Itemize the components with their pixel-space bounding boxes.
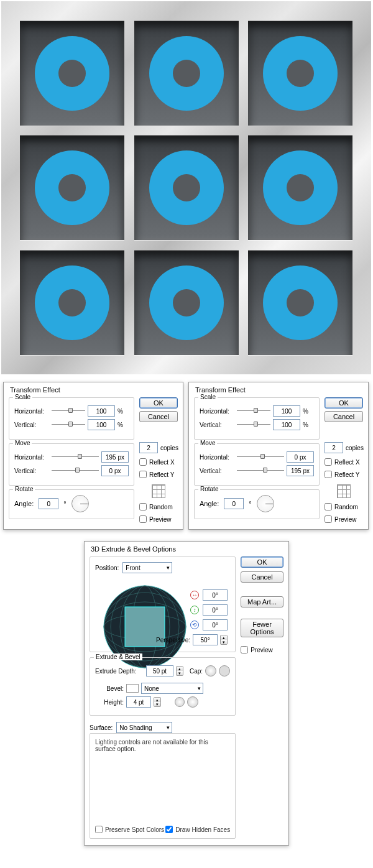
move-v-input[interactable]: [101, 465, 129, 476]
donut-shape: [149, 36, 224, 111]
donut-shape: [263, 150, 338, 225]
rotate-group: Rotate Angle: °: [194, 489, 320, 519]
origin-grid[interactable]: [152, 484, 165, 498]
cap-off-icon[interactable]: [219, 665, 230, 676]
artwork-panel: [1, 1, 371, 374]
transform-effect-dialog-2: Transform Effect Scale Horizontal: % Ver…: [188, 382, 369, 530]
perspective-input[interactable]: [193, 634, 218, 645]
rotate-x-input[interactable]: [203, 589, 228, 601]
rotate-z-input[interactable]: [203, 619, 228, 630]
bevel-height-input[interactable]: [126, 696, 151, 708]
scale-v-input[interactable]: [273, 419, 300, 430]
donut-shape: [35, 265, 109, 340]
scale-group: Scale Horizontal: % Vertical: %: [9, 397, 134, 440]
recess: [248, 251, 352, 355]
donut-shape: [35, 150, 109, 225]
recess: [134, 21, 239, 126]
axis-x-icon[interactable]: ↔: [190, 591, 199, 599]
dialog-title: Transform Effect: [10, 386, 178, 394]
angle-dial[interactable]: [71, 495, 89, 512]
cancel-button[interactable]: Cancel: [139, 411, 178, 422]
random-checkbox[interactable]: [325, 503, 332, 510]
donut-shape: [263, 36, 338, 111]
recess: [134, 136, 239, 240]
preview-checkbox[interactable]: [241, 646, 248, 653]
copies-input[interactable]: [139, 442, 158, 453]
scale-group: Scale Horizontal: % Vertical: %: [194, 397, 320, 440]
cap-on-icon[interactable]: [205, 665, 216, 676]
dialog-title: Transform Effect: [195, 386, 363, 394]
move-v-slider[interactable]: [237, 470, 284, 472]
surface-select[interactable]: No Shading: [116, 722, 172, 733]
3d-extrude-bevel-dialog: 3D Extrude & Bevel Options Position: Fro…: [84, 541, 289, 846]
donut-shape: [263, 265, 338, 340]
scale-v-input[interactable]: [88, 419, 115, 430]
angle-dial[interactable]: [257, 495, 274, 512]
recess: [20, 136, 124, 240]
map-art-button[interactable]: Map Art...: [241, 596, 283, 607]
fewer-options-button[interactable]: Fewer Options: [241, 619, 283, 637]
cancel-button[interactable]: Cancel: [325, 411, 363, 422]
reflect-y-checkbox[interactable]: [139, 471, 147, 478]
reflect-y-checkbox[interactable]: [325, 471, 332, 478]
origin-grid[interactable]: [337, 484, 351, 498]
extrude-depth-input[interactable]: [146, 665, 173, 676]
reflect-x-checkbox[interactable]: [139, 458, 147, 466]
preview-checkbox[interactable]: [325, 515, 332, 523]
recess: [20, 251, 124, 355]
move-h-slider[interactable]: [52, 456, 99, 458]
rotate-y-input[interactable]: [203, 604, 228, 616]
copies-input[interactable]: [325, 442, 343, 453]
move-h-slider[interactable]: [237, 456, 284, 458]
donut-shape: [149, 150, 224, 225]
scale-h-slider[interactable]: [237, 410, 270, 412]
recess: [248, 136, 352, 240]
depth-spinner[interactable]: ▴▾: [176, 666, 183, 676]
height-spinner[interactable]: ▴▾: [154, 697, 161, 707]
random-checkbox[interactable]: [139, 503, 147, 510]
perspective-spinner[interactable]: ▴▾: [220, 635, 228, 645]
move-group: Move Horizontal: Vertical:: [9, 443, 134, 486]
angle-input[interactable]: [39, 498, 58, 509]
bevel-select[interactable]: None: [141, 683, 203, 694]
cancel-button[interactable]: Cancel: [241, 571, 283, 583]
position-group: Position: Front ↔ ↕ ⟲ Pers: [90, 556, 236, 652]
recess: [248, 21, 352, 126]
move-h-input[interactable]: [287, 451, 314, 463]
scale-v-slider[interactable]: [237, 424, 270, 426]
position-select[interactable]: Front: [122, 562, 172, 573]
extrude-bevel-group: Extrude & Bevel Extrude Depth: ▴▾ Cap: B…: [90, 657, 236, 716]
preview-checkbox[interactable]: [139, 515, 147, 523]
ok-button[interactable]: OK: [241, 556, 283, 568]
reflect-x-checkbox[interactable]: [325, 458, 332, 466]
draw-hidden-checkbox[interactable]: [165, 826, 173, 833]
donut-shape: [149, 265, 224, 340]
recess: [134, 251, 239, 355]
move-v-input[interactable]: [287, 465, 314, 476]
recess: [20, 21, 124, 126]
scale-v-slider[interactable]: [52, 424, 85, 426]
scale-h-input[interactable]: [88, 405, 115, 417]
bevel-swatch: [126, 684, 139, 693]
bevel-out-icon[interactable]: [187, 696, 198, 708]
rotate-group: Rotate Angle: °: [9, 489, 134, 519]
bevel-in-icon[interactable]: [175, 697, 185, 707]
axis-y-icon[interactable]: ↕: [190, 606, 199, 614]
axis-z-icon[interactable]: ⟲: [190, 621, 199, 629]
angle-input[interactable]: [224, 498, 244, 509]
dialog-title: 3D Extrude & Bevel Options: [91, 545, 283, 553]
transform-effect-dialog-1: Transform Effect Scale Horizontal: % Ver…: [3, 382, 183, 530]
surface-note-panel: Lighting controls are not available for …: [90, 733, 236, 839]
move-group: Move Horizontal: Vertical:: [194, 443, 320, 486]
ok-button[interactable]: OK: [325, 397, 363, 409]
move-h-input[interactable]: [101, 451, 129, 463]
move-v-slider[interactable]: [52, 470, 99, 472]
preserve-spot-checkbox[interactable]: [95, 826, 103, 833]
donut-shape: [35, 36, 109, 111]
ok-button[interactable]: OK: [139, 397, 178, 409]
scale-h-input[interactable]: [273, 405, 300, 417]
scale-h-slider[interactable]: [52, 410, 85, 412]
